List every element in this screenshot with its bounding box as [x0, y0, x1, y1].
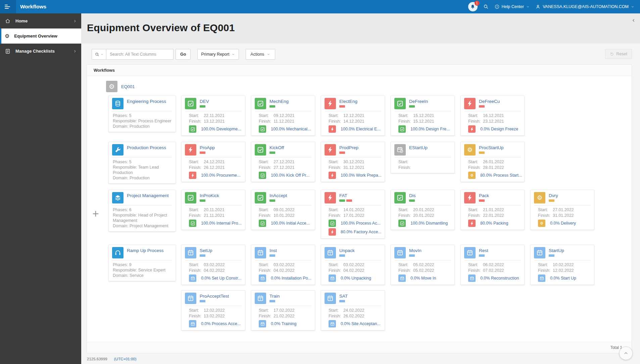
notifications-button[interactable]: 1: [468, 2, 478, 11]
date-label: Start:: [468, 159, 483, 165]
nav-menu-icon[interactable]: [0, 0, 16, 13]
date-label: Start:: [329, 159, 343, 165]
task-card[interactable]: StartUpStart:10.02.2022Finish:12.02.2022…: [530, 245, 594, 285]
date-value: 14.12.2021: [343, 119, 364, 124]
task-card[interactable]: ProAppStart:24.12.2021Finish:26.12.20211…: [181, 142, 245, 182]
task-progress-row: 100.0% Design Fre...: [394, 125, 451, 133]
actions-menu-button[interactable]: Actions: [246, 49, 275, 60]
task-card[interactable]: RestStart:06.02.2022Finish:07.02.20220.0…: [460, 245, 525, 285]
task-date-row: Start:05.02.2022: [394, 262, 451, 268]
user-email: VANESSA.KLUGE@AIS-AUTOMATION.COM: [543, 4, 629, 9]
check-icon: [259, 220, 266, 227]
task-card[interactable]: PackStart:21.01.2022Finish:22.01.202280.…: [460, 190, 525, 230]
user-menu[interactable]: VANESSA.KLUGE@AIS-AUTOMATION.COM: [535, 4, 635, 9]
task-card[interactable]: DEVStart:22.11.2021Finish:13.12.2021100.…: [181, 96, 245, 136]
calendar-cancel-icon: [394, 144, 406, 156]
progress-mini-bars: [409, 105, 428, 108]
collapse-right-panel-button[interactable]: [630, 17, 637, 24]
search-icon[interactable]: [483, 4, 489, 10]
equipment-node[interactable]: ⚙ EQ001: [106, 81, 632, 92]
bolt-icon: [330, 127, 335, 132]
process-card[interactable]: Production ProcessPhases: 5Responsible: …: [108, 142, 176, 184]
task-date-row: Finish:15.12.2021: [394, 119, 451, 124]
gear-icon: ⚙: [106, 81, 117, 92]
check-icon: [400, 127, 405, 132]
sidebar-item-label: Home: [15, 18, 28, 23]
task-card[interactable]: InProKickStart:20.11.2021Finish:21.11.20…: [181, 190, 245, 230]
search-column-selector[interactable]: [92, 49, 106, 60]
calendar-icon: [189, 275, 196, 282]
process-card-domain: Domain: Project Management: [113, 223, 172, 229]
bolt-icon: [327, 146, 334, 154]
task-progress-text: 80.0% Factory Acce...: [341, 230, 382, 234]
process-card-phases: Phases: 5: [113, 113, 172, 118]
process-card-title: Engieering Process: [127, 99, 166, 104]
task-card[interactable]: DeFreeCuStart:16.12.2021Finish:23.12.202…: [460, 96, 525, 136]
task-card[interactable]: DeFreeInStart:15.12.2021Finish:15.12.202…: [391, 96, 455, 136]
divider: [112, 260, 172, 260]
process-sections: Engieering ProcessPhases: 5Responsible: …: [108, 96, 632, 330]
task-card[interactable]: ⚙DvryStart:27.01.2022Finish:31.01.2022⚙0…: [530, 190, 594, 230]
task-date-row: Finish:11.12.2021: [255, 119, 311, 124]
help-center-menu[interactable]: Help Center: [494, 4, 530, 9]
date-value: 07.02.2022: [483, 268, 504, 274]
layers-icon: [114, 194, 121, 201]
sidebar-item-manage-checklists[interactable]: Manage Checklists: [0, 44, 81, 59]
report-select[interactable]: Primary Report: [197, 49, 239, 60]
date-label: Finish:: [468, 213, 483, 219]
progress-mini-bars: [409, 254, 422, 257]
task-card[interactable]: InstStart:03.02.2022Finish:04.02.20220.0…: [251, 245, 315, 285]
scroll-to-top-button[interactable]: [619, 347, 633, 360]
check-icon: [259, 125, 266, 133]
check-icon: [398, 125, 406, 133]
date-label: Finish:: [468, 119, 483, 124]
progress-mini-bars: [479, 151, 504, 154]
sidebar-item-home[interactable]: Home: [0, 13, 81, 28]
task-card[interactable]: KickOffStart:27.12.2021Finish:27.12.2021…: [251, 142, 315, 182]
chevron-down-icon: [231, 52, 235, 56]
timezone-link[interactable]: (UTC+01:00): [114, 357, 137, 361]
task-card[interactable]: SetUpStart:03.02.2022Finish:04.02.20220.…: [181, 245, 245, 285]
date-label: Start:: [538, 262, 553, 268]
process-card[interactable]: Ramp Up ProcessPhases: 9Responsible: Ser…: [108, 245, 176, 281]
date-value: 22.11.2021: [204, 113, 225, 119]
go-button[interactable]: Go: [176, 49, 191, 60]
date-label: Start:: [538, 207, 553, 213]
add-node-button[interactable]: +: [92, 209, 100, 218]
region-total: Total 1: [87, 342, 632, 353]
task-card[interactable]: DisStart:20.01.2022Finish:20.01.2022100.…: [391, 190, 455, 230]
check-icon: [260, 173, 265, 178]
progress-mini-bars: [339, 199, 352, 202]
task-progress-text: 100.0% Developme...: [201, 127, 241, 131]
date-value: 31.01.2022: [553, 213, 574, 219]
search-input[interactable]: [106, 49, 174, 60]
process-card[interactable]: Project ManagementPhases: 6Responsible: …: [108, 190, 176, 232]
gear-icon: ⚙: [538, 220, 545, 227]
sidebar-item-equipment-overview[interactable]: ⚙ Equipment Overview: [0, 28, 81, 44]
task-card[interactable]: ProdPrepStart:30.12.2021Finish:31.12.202…: [321, 142, 385, 182]
process-card[interactable]: Engieering ProcessPhases: 5Responsible: …: [108, 96, 176, 132]
task-progress-text: 100.0% Kick Off Pr...: [271, 173, 309, 178]
date-value: 30.12.2021: [343, 159, 364, 165]
task-card[interactable]: FATStart:14.01.2022Finish:17.01.2022100.…: [321, 190, 385, 239]
task-card[interactable]: ProAcceptTestStart:12.02.2022Finish:13.0…: [181, 290, 245, 330]
date-label: Start:: [259, 159, 274, 165]
date-value: 24.02.2022: [343, 308, 364, 313]
task-card[interactable]: UnpackStart:03.02.2022Finish:04.02.20220…: [321, 245, 385, 285]
task-card[interactable]: EStartUpStart:Finish:: [391, 142, 455, 173]
task-card[interactable]: ⚙ProcStartUpStart:26.01.2022Finish:28.01…: [460, 142, 525, 182]
bolt-icon: [464, 192, 476, 203]
calendar-icon: [257, 295, 264, 302]
task-date-row: Start:27.01.2022: [534, 207, 591, 213]
task-card[interactable]: MovInStart:05.02.2022Finish:05.02.20220.…: [391, 245, 455, 285]
date-value: 20.01.2022: [413, 207, 434, 213]
reset-button[interactable]: Reset: [605, 49, 632, 59]
task-card[interactable]: MechEngStart:09.12.2021Finish:11.12.2021…: [251, 96, 315, 136]
task-card[interactable]: SATStart:24.02.2022Finish:26.02.20220.0%…: [321, 290, 385, 330]
divider: [185, 306, 242, 306]
task-card[interactable]: TrainStart:17.02.2022Finish:21.02.20220.…: [251, 290, 315, 330]
chevron-left-icon: [631, 18, 636, 23]
task-card[interactable]: InAcceptStart:09.01.2022Finish:10.01.202…: [251, 190, 315, 230]
bolt-icon: [187, 146, 194, 154]
task-card[interactable]: ElectEngStart:12.12.2021Finish:14.12.202…: [321, 96, 385, 136]
